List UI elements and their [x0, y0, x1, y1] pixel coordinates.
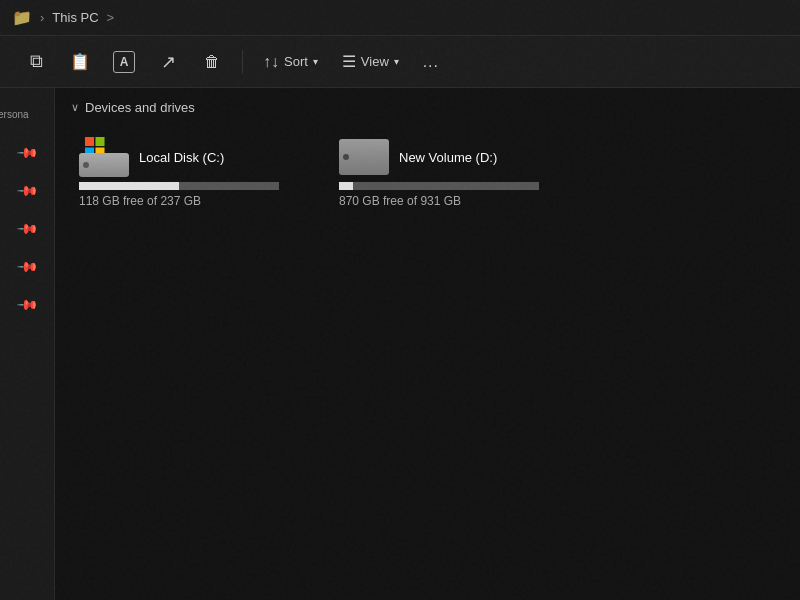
hdd-c-body	[79, 153, 129, 177]
sidebar-pin-2[interactable]: 📌	[0, 172, 54, 208]
drive-c-item[interactable]: Local Disk (C:) 118 GB free of 237 GB	[71, 129, 311, 216]
sidebar-pin-1[interactable]: 📌	[0, 134, 54, 170]
copy-icon: ⧉	[30, 51, 43, 72]
breadcrumb-this-pc[interactable]: This PC	[52, 10, 98, 25]
copy-button[interactable]: ⧉	[16, 43, 56, 81]
drive-d-header: New Volume (D:)	[339, 137, 563, 177]
breadcrumb-arrow: >	[107, 10, 115, 25]
drive-d-progress-bar	[339, 182, 539, 190]
file-pane: ∨ Devices and drives	[55, 88, 800, 600]
view-label: View	[361, 54, 389, 69]
paste-button[interactable]: 📋	[60, 43, 100, 81]
pin-icon-5: 📌	[15, 292, 38, 315]
rename-icon: A	[113, 51, 135, 73]
delete-button[interactable]: 🗑	[192, 43, 232, 81]
pin-icon-1: 📌	[15, 140, 38, 163]
sidebar-item-persona[interactable]: ersona	[0, 96, 54, 132]
drive-c-icon-container	[79, 137, 129, 177]
toolbar-divider	[242, 50, 243, 74]
toolbar: ⧉ 📋 A ↗ 🗑 ↑↓ Sort ▾ ☰ View ▾ ...	[0, 36, 800, 88]
drive-d-progress-fill	[339, 182, 353, 190]
persona-label-text: ersona	[0, 109, 29, 120]
section-header: ∨ Devices and drives	[71, 100, 784, 115]
pin-icon-3: 📌	[15, 216, 38, 239]
sort-label: Sort	[284, 54, 308, 69]
drive-d-icon-container	[339, 137, 389, 177]
svg-rect-0	[85, 137, 94, 146]
section-title: Devices and drives	[85, 100, 195, 115]
sidebar: ersona 📌 📌 📌 📌 📌	[0, 88, 55, 600]
drive-c-size: 118 GB free of 237 GB	[79, 194, 303, 208]
sort-chevron-icon: ▾	[313, 56, 318, 67]
view-chevron-icon: ▾	[394, 56, 399, 67]
sidebar-pin-5[interactable]: 📌	[0, 286, 54, 322]
drive-c-name: Local Disk (C:)	[139, 150, 224, 165]
main-content: ersona 📌 📌 📌 📌 📌 ∨ Devices and drives	[0, 88, 800, 600]
breadcrumb-separator: ›	[40, 10, 44, 25]
view-icon: ☰	[342, 52, 356, 71]
rename-button[interactable]: A	[104, 43, 144, 81]
pin-icon-2: 📌	[15, 178, 38, 201]
sidebar-pin-4[interactable]: 📌	[0, 248, 54, 284]
delete-icon: 🗑	[204, 53, 220, 71]
more-icon: ...	[423, 53, 439, 71]
drive-c-progress-fill	[79, 182, 179, 190]
paste-icon: 📋	[70, 52, 90, 71]
share-button[interactable]: ↗	[148, 43, 188, 81]
sort-arrow-icon: ↑↓	[263, 53, 279, 71]
drive-d-info: 870 GB free of 931 GB	[339, 182, 563, 208]
drives-grid: Local Disk (C:) 118 GB free of 237 GB Ne…	[71, 129, 784, 216]
more-options-button[interactable]: ...	[413, 43, 449, 81]
title-bar: 📁 › This PC >	[0, 0, 800, 36]
section-chevron-icon[interactable]: ∨	[71, 101, 79, 114]
folder-icon: 📁	[12, 8, 32, 27]
drive-d-name: New Volume (D:)	[399, 150, 497, 165]
svg-rect-1	[95, 137, 104, 146]
share-icon: ↗	[161, 51, 176, 73]
sort-button[interactable]: ↑↓ Sort ▾	[253, 43, 328, 81]
drive-c-progress-bar	[79, 182, 279, 190]
drive-d-item[interactable]: New Volume (D:) 870 GB free of 931 GB	[331, 129, 571, 216]
view-button[interactable]: ☰ View ▾	[332, 43, 409, 81]
pin-icon-4: 📌	[15, 254, 38, 277]
drive-d-size: 870 GB free of 931 GB	[339, 194, 563, 208]
drive-c-header: Local Disk (C:)	[79, 137, 303, 177]
drive-c-info: 118 GB free of 237 GB	[79, 182, 303, 208]
hdd-d-body	[339, 139, 389, 175]
sidebar-pin-3[interactable]: 📌	[0, 210, 54, 246]
